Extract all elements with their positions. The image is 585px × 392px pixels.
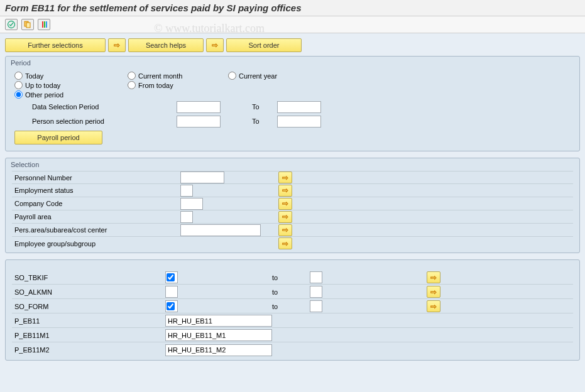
get-variant-icon[interactable]: [21, 19, 34, 30]
payroll-area-label: Payroll area: [12, 210, 180, 223]
table-row: Personnel Number ⇨: [12, 171, 573, 184]
arrow-right-icon: ⇨: [282, 186, 288, 195]
sort-order-arrow[interactable]: ⇨: [206, 38, 224, 52]
to-label: To: [221, 103, 277, 111]
radio-up-to-today-label: Up to today: [25, 82, 60, 89]
multi-select-button[interactable]: ⇨: [278, 172, 292, 183]
further-selections-button[interactable]: Further selections: [5, 38, 106, 52]
table-row: P_EB11M2: [12, 343, 573, 357]
svg-rect-3: [42, 21, 43, 28]
data-selection-to-input[interactable]: [277, 101, 321, 113]
table-row: P_EB11: [12, 314, 573, 328]
so-tbkif-to-input[interactable]: [310, 271, 322, 283]
so-tbkif-label: SO_TBKIF: [12, 271, 165, 284]
multi-select-button[interactable]: ⇨: [278, 198, 292, 210]
employment-status-input[interactable]: [180, 185, 193, 197]
multi-select-button[interactable]: ⇨: [278, 224, 292, 236]
radio-from-today[interactable]: From today: [128, 81, 228, 89]
selection-group: Selection Personnel Number ⇨ Employment …: [5, 158, 580, 253]
arrow-right-icon: ⇨: [430, 302, 437, 311]
arrow-right-icon: ⇨: [114, 41, 120, 50]
radio-other-period-label: Other period: [25, 91, 63, 99]
radio-today-label: Today: [25, 72, 43, 80]
svg-rect-2: [26, 23, 30, 28]
selection-title: Selection: [7, 160, 578, 170]
so-tbkif-checkbox[interactable]: [167, 273, 175, 281]
arrow-right-icon: ⇨: [212, 41, 218, 50]
multi-select-button[interactable]: ⇨: [278, 237, 292, 249]
multi-select-button[interactable]: ⇨: [427, 286, 440, 298]
person-selection-period-label: Person selection period: [14, 117, 177, 125]
radio-other-period[interactable]: Other period: [14, 90, 128, 99]
status-icon[interactable]: [38, 19, 50, 30]
multi-select-button[interactable]: ⇨: [278, 185, 292, 197]
data-selection-period-label: Data Selection Period: [14, 103, 177, 111]
personnel-number-label: Personnel Number: [12, 172, 180, 183]
to-label: To: [221, 117, 277, 125]
table-row: SO_ALKMN to ⇨: [12, 285, 573, 299]
p-eb11m2-label: P_EB11M2: [12, 343, 165, 357]
parameters-group: SO_TBKIF to ⇨ SO_ALKMN to ⇨ SO_FORM: [5, 259, 580, 361]
radio-from-today-label: From today: [138, 82, 173, 89]
so-form-checkbox[interactable]: [167, 302, 175, 310]
payroll-period-button[interactable]: Payroll period: [14, 131, 102, 144]
svg-rect-4: [44, 21, 45, 28]
to-label: to: [272, 274, 310, 281]
so-alkmn-to-input[interactable]: [310, 286, 322, 298]
arrow-right-icon: ⇨: [430, 288, 437, 297]
radio-up-to-today[interactable]: Up to today: [14, 81, 128, 89]
table-row: Company Code ⇨: [12, 197, 573, 210]
p-eb11m1-label: P_EB11M1: [12, 329, 165, 342]
search-helps-arrow[interactable]: ⇨: [108, 38, 126, 52]
period-group: Period Today Current month Current year …: [5, 56, 580, 151]
to-label: to: [272, 288, 310, 296]
arrow-right-icon: ⇨: [282, 199, 288, 208]
company-code-input[interactable]: [180, 198, 203, 210]
table-row: Employee group/subgroup ⇨: [12, 237, 573, 250]
person-selection-to-input[interactable]: [277, 116, 321, 128]
arrow-right-icon: ⇨: [430, 273, 437, 282]
employee-group-label: Employee group/subgroup: [12, 237, 180, 250]
svg-rect-5: [46, 21, 47, 28]
personnel-number-input[interactable]: [180, 172, 224, 183]
content-area: Further selections ⇨ Search helps ⇨ Sort…: [0, 33, 585, 392]
app-toolbar: [0, 16, 585, 33]
arrow-right-icon: ⇨: [282, 212, 288, 221]
table-row: SO_FORM to ⇨: [12, 300, 573, 313]
p-eb11m2-input[interactable]: [165, 344, 272, 356]
arrow-right-icon: ⇨: [282, 239, 288, 248]
radio-today[interactable]: Today: [14, 72, 128, 80]
multi-select-button[interactable]: ⇨: [427, 271, 440, 283]
table-row: Payroll area ⇨: [12, 210, 573, 224]
table-row: P_EB11M1: [12, 329, 573, 342]
multi-select-button[interactable]: ⇨: [278, 211, 292, 223]
person-selection-from-input[interactable]: [177, 116, 221, 128]
so-alkmn-from-input[interactable]: [165, 286, 178, 298]
table-row: Employment status ⇨: [12, 184, 573, 197]
search-helps-button[interactable]: Search helps: [128, 38, 204, 52]
sort-order-button[interactable]: Sort order: [226, 38, 302, 52]
execute-icon[interactable]: [5, 19, 18, 30]
radio-current-month-label: Current month: [138, 72, 182, 80]
p-eb11m1-input[interactable]: [165, 329, 272, 341]
page-title: Form EB11 for the settlement of services…: [0, 0, 585, 16]
p-eb11-input[interactable]: [165, 315, 272, 327]
arrow-right-icon: ⇨: [282, 226, 288, 234]
period-title: Period: [7, 58, 578, 68]
employment-status-label: Employment status: [12, 184, 180, 197]
table-row: SO_TBKIF to ⇨: [12, 271, 573, 285]
payroll-area-input[interactable]: [180, 211, 193, 223]
multi-select-button[interactable]: ⇨: [427, 300, 440, 312]
radio-current-month[interactable]: Current month: [128, 72, 228, 80]
to-label: to: [272, 303, 310, 310]
selection-buttons: Further selections ⇨ Search helps ⇨ Sort…: [5, 38, 580, 52]
arrow-right-icon: ⇨: [282, 173, 288, 182]
so-form-to-input[interactable]: [310, 300, 322, 312]
pers-area-input[interactable]: [180, 224, 261, 236]
data-selection-from-input[interactable]: [177, 101, 221, 113]
so-alkmn-label: SO_ALKMN: [12, 285, 165, 298]
company-code-label: Company Code: [12, 197, 180, 210]
radio-current-year-label: Current year: [239, 72, 277, 80]
radio-current-year[interactable]: Current year: [228, 72, 329, 80]
table-row: Pers.area/subarea/cost center ⇨: [12, 224, 573, 237]
